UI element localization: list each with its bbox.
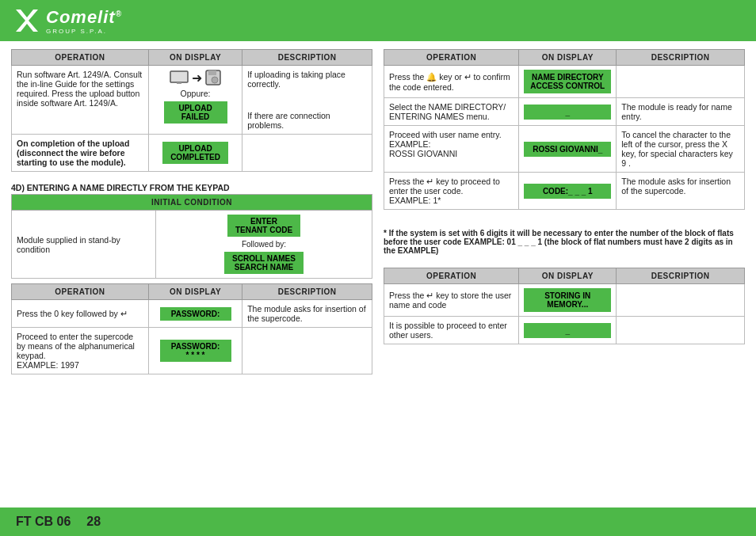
name-dir-display: NAME DIRECTORYACCESS CONTROL xyxy=(519,66,617,98)
rossi-giovanni-box: ROSSI GIOVANNI_ xyxy=(524,142,611,157)
rb-col-on-display: ON DISPLAY xyxy=(519,268,617,284)
table-row: Proceed with user name entry.EXAMPLE:ROS… xyxy=(384,126,745,173)
upload-failed-box: UPLOADFAILED xyxy=(164,101,227,124)
press-0-op: Press the 0 key followed by ↵ xyxy=(12,300,149,328)
other-users-op: It is possible to proceed to enter other… xyxy=(384,317,519,344)
cancel-char-desc: To cancel the character to the left of t… xyxy=(617,126,745,173)
storing-in-memory-box: STORING INMEMORY... xyxy=(524,288,611,312)
logo-comelit: Comelit® xyxy=(46,7,122,28)
arrow-right-icon: ➜ xyxy=(192,70,202,86)
oppure-text: Oppure: xyxy=(154,89,237,98)
table-row: Module supplied in stand-by condition EN… xyxy=(12,211,372,279)
main-content: OPERATION ON DISPLAY DESCRIPTION Run sof… xyxy=(0,41,756,417)
right-bottom-table: OPERATION ON DISPLAY DESCRIPTION Press t… xyxy=(384,268,745,344)
desc-correct: If uploading is taking place correctly. xyxy=(247,70,367,89)
note-asterisk: * xyxy=(384,229,389,238)
display-cell: ➜ Oppure: UPLOADFAILED xyxy=(148,66,242,135)
other-users-display: _ xyxy=(519,317,617,344)
other-users-desc xyxy=(617,317,745,344)
table-row: Proceed to enter the supercode by means … xyxy=(12,328,372,374)
rb-col-operation: OPERATION xyxy=(384,268,519,284)
logo-text: Comelit® GROUP S.P.A. xyxy=(46,7,122,35)
password-display: PASSWORD: xyxy=(148,300,242,328)
note-block: * If the system is set with 6 digits it … xyxy=(384,227,745,257)
upload-completed-box: UPLOADCOMPLETED xyxy=(162,142,228,164)
table-row: Run software Art. 1249/A. Consult the in… xyxy=(12,66,372,135)
supercode-ask-desc: The module asks for insertion of the sup… xyxy=(617,173,745,210)
module-op-text: Module supplied in stand-by condition xyxy=(17,235,120,254)
table-row: Press the 🔔 key or ↵ to confirm the code… xyxy=(384,66,745,98)
code-display: CODE:_ _ _ 1 xyxy=(519,173,617,210)
disk-icon xyxy=(205,70,221,86)
op-cell: Run software Art. 1249/A. Consult the in… xyxy=(12,66,149,135)
col-on-display-2: ON DISPLAY xyxy=(148,284,242,300)
svg-rect-5 xyxy=(208,70,216,75)
desc-problems: If there are connection problems. xyxy=(247,111,367,130)
other-users-cursor-box: _ xyxy=(524,323,611,338)
monitor-icon xyxy=(170,70,189,85)
table-row: Press the ↵ key to store the user name a… xyxy=(384,284,745,317)
rb-col-description: DESCRIPTION xyxy=(617,268,745,284)
r-col-on-display: ON DISPLAY xyxy=(519,50,617,66)
col-description-2: DESCRIPTION xyxy=(242,284,372,300)
svg-rect-2 xyxy=(170,71,188,82)
upload-complete-op: On completion of the upload (disconnect … xyxy=(17,139,129,167)
keypad-operation-table: OPERATION ON DISPLAY DESCRIPTION Press t… xyxy=(11,283,372,374)
r-col-operation: OPERATION xyxy=(384,50,519,66)
password-desc: The module asks for insertion of the sup… xyxy=(242,300,372,328)
logo: Comelit® GROUP S.P.A. xyxy=(13,6,122,35)
rossi-op: Proceed with user name entry.EXAMPLE:ROS… xyxy=(384,126,519,173)
cursor-display: _ xyxy=(519,98,617,126)
name-dir-desc xyxy=(617,66,745,98)
press-bell-op: Press the 🔔 key or ↵ to confirm the code… xyxy=(384,66,519,98)
table-row: Select the NAME DIRECTORY/ ENTERING NAME… xyxy=(384,98,745,126)
scroll-names-box: SCROLL NAMESSEARCH NAME xyxy=(224,252,304,274)
cursor-box: _ xyxy=(524,105,611,120)
comelit-x-icon xyxy=(13,6,41,35)
storing-display: STORING INMEMORY... xyxy=(519,284,617,317)
section-4d-title: 4D) ENTERING A NAME DIRECTLY FROM THE KE… xyxy=(11,183,372,192)
rossi-display: ROSSI GIOVANNI_ xyxy=(519,126,617,173)
followed-by-text: Followed by: xyxy=(161,240,367,249)
table-row: On completion of the upload (disconnect … xyxy=(12,135,372,172)
right-top-table: OPERATION ON DISPLAY DESCRIPTION Press t… xyxy=(384,49,745,210)
desc-cell: If uploading is taking place correctly. … xyxy=(242,66,372,135)
code-box: CODE:_ _ _ 1 xyxy=(524,184,611,199)
op-cell-2: On completion of the upload (disconnect … xyxy=(12,135,149,172)
display-cell: UPLOADFAILED xyxy=(154,101,237,124)
logo-group: GROUP S.P.A. xyxy=(46,28,122,35)
col-operation: OPERATION xyxy=(12,50,149,66)
upload-op-text: Run software Art. 1249/A. Consult the in… xyxy=(17,70,142,108)
password-stars-display: PASSWORD:* * * * xyxy=(148,328,242,374)
col-description: DESCRIPTION xyxy=(242,50,372,66)
left-panel: OPERATION ON DISPLAY DESCRIPTION Run sof… xyxy=(11,49,372,381)
store-op: Press the ↵ key to store the user name a… xyxy=(384,284,519,317)
desc-cell-2 xyxy=(242,135,372,172)
table-row: Press the ↵ key to proceed to enter the … xyxy=(384,173,745,210)
press-enter-op: Press the ↵ key to proceed to enter the … xyxy=(384,173,519,210)
module-op-cell: Module supplied in stand-by condition xyxy=(12,211,156,279)
table-row: Press the 0 key followed by ↵ PASSWORD: … xyxy=(12,300,372,328)
store-desc xyxy=(617,284,745,317)
select-name-dir-op: Select the NAME DIRECTORY/ ENTERING NAME… xyxy=(384,98,519,126)
col-operation-2: OPERATION xyxy=(12,284,149,300)
initial-condition-table: INITIAL CONDITION Module supplied in sta… xyxy=(11,194,372,279)
upload-icons: ➜ xyxy=(154,70,237,86)
col-on-display: ON DISPLAY xyxy=(148,50,242,66)
r-col-description: DESCRIPTION xyxy=(617,50,745,66)
svg-point-6 xyxy=(212,77,218,83)
supercode-desc xyxy=(242,328,372,374)
table-row: It is possible to proceed to enter other… xyxy=(384,317,745,344)
footer-title: FT CB 06 xyxy=(16,515,71,529)
upload-table: OPERATION ON DISPLAY DESCRIPTION Run sof… xyxy=(11,49,372,172)
right-panel: OPERATION ON DISPLAY DESCRIPTION Press t… xyxy=(384,49,745,381)
initial-condition-header: INITIAL CONDITION xyxy=(12,195,372,211)
footer: FT CB 06 28 xyxy=(0,507,756,536)
header: Comelit® GROUP S.P.A. xyxy=(0,0,756,41)
module-display-cell: ENTERTENANT CODE Followed by: SCROLL NAM… xyxy=(156,211,372,279)
supercode-op: Proceed to enter the supercode by means … xyxy=(12,328,149,374)
enter-tenant-code-box: ENTERTENANT CODE xyxy=(227,215,300,237)
name-directory-box: NAME DIRECTORYACCESS CONTROL xyxy=(524,70,611,93)
password-stars-box: PASSWORD:* * * * xyxy=(160,340,231,362)
svg-rect-3 xyxy=(177,82,181,84)
